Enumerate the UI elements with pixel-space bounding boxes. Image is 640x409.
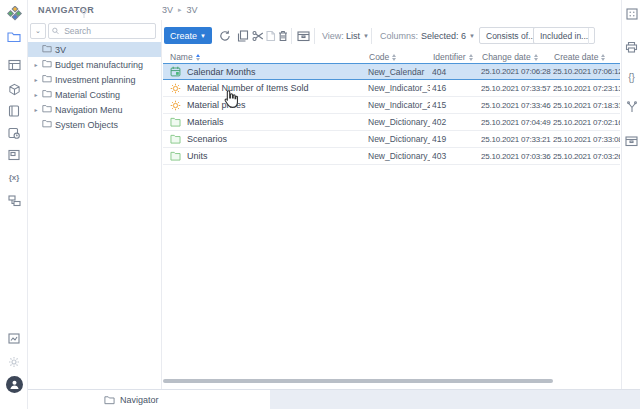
row-code: New_Dictionary_43 — [368, 114, 430, 130]
sort-icon[interactable] — [534, 54, 538, 61]
row-name: Material prices — [187, 100, 246, 110]
table-row-material-prices[interactable]: Material prices New_Indicator_29 415 25.… — [163, 97, 620, 114]
tree-item-navigation-menu[interactable]: ▸ Navigation Menu — [28, 102, 161, 117]
row-identifier: 404 — [432, 64, 478, 79]
breadcrumb-current[interactable]: 3V — [187, 5, 198, 15]
expand-arrow-icon[interactable]: ▸ — [33, 106, 39, 113]
data-grid-icon[interactable] — [0, 55, 28, 75]
printer-icon[interactable] — [622, 39, 640, 55]
horizontal-scrollbar[interactable] — [163, 379, 553, 383]
chevron-down-icon: ▼ — [363, 33, 369, 39]
active-tab-zone: Navigator — [28, 390, 270, 409]
table-row-scenarios[interactable]: Scenarios New_Dictionary_45 419 25.10.20… — [163, 131, 620, 148]
tree-item-material-costing[interactable]: ▸ Material Costing — [28, 87, 161, 102]
header-label: Name — [170, 52, 193, 62]
included-in-button[interactable]: Included in... — [533, 27, 595, 44]
search-row: ⌄ — [30, 23, 156, 39]
grid-settings-icon[interactable] — [622, 6, 640, 22]
tree-item-budget-manufacturing[interactable]: ▸ Budget manufacturing — [28, 57, 161, 72]
chevron-down-icon: ⌄ — [35, 27, 41, 35]
refresh-icon[interactable] — [218, 29, 232, 43]
sort-icon[interactable] — [392, 54, 396, 61]
user-avatar[interactable] — [0, 374, 28, 394]
row-change-date: 25.10.2021 07:33:21 — [481, 131, 553, 147]
tab-navigator[interactable]: Navigator — [96, 390, 167, 409]
function-glyph: {x} — [9, 173, 20, 182]
sort-icon[interactable] — [601, 54, 605, 61]
column-header-identifier[interactable]: Identifier — [433, 52, 473, 62]
notebook-icon[interactable] — [0, 101, 28, 121]
columns-selected-value: Selected: 6 — [421, 31, 466, 41]
tree-item-label: Material Costing — [55, 90, 120, 100]
expand-arrow-icon[interactable]: ▸ — [33, 91, 39, 98]
row-code: New_Dictionary_44 — [368, 148, 430, 164]
view-dropdown[interactable]: List ▼ — [346, 31, 369, 41]
row-change-date: 25.10.2021 07:33:57 — [481, 80, 553, 96]
tree-collapse-button[interactable]: ⌄ — [30, 23, 46, 39]
calendar-document-icon[interactable] — [0, 123, 28, 143]
cube-icon[interactable] — [0, 79, 28, 99]
braces-icon[interactable]: {} — [622, 69, 640, 85]
table-row-calendar-months[interactable]: Calendar Months New_Calendar 404 25.10.2… — [163, 63, 620, 80]
tree-item-label: Investment planning — [55, 75, 136, 85]
toolbar-divider — [314, 28, 315, 44]
column-header-create-date[interactable]: Create date — [554, 52, 605, 62]
expand-arrow-icon[interactable]: ▸ — [33, 76, 39, 83]
header-label: Create date — [554, 52, 598, 62]
function-icon[interactable]: {x} — [0, 167, 28, 187]
hierarchy-icon[interactable] — [0, 191, 28, 211]
expand-arrow-icon[interactable]: ▸ — [33, 61, 39, 68]
tree-item-3v[interactable]: 3V — [28, 42, 161, 57]
sort-icon[interactable] — [196, 54, 200, 61]
tree-item-system-objects[interactable]: System Objects — [28, 117, 161, 132]
row-name: Materials — [187, 117, 224, 127]
dashboard-icon[interactable] — [0, 145, 28, 165]
header-label: Code — [369, 52, 389, 62]
copy-icon[interactable] — [236, 29, 250, 43]
search-box — [48, 23, 156, 39]
column-header-change-date[interactable]: Change date — [482, 52, 538, 62]
dictionary-icon — [170, 134, 181, 145]
row-create-date: 25.10.2021 07:18:31 — [553, 97, 620, 113]
settings-gear-icon[interactable] — [0, 352, 28, 372]
row-identifier: 402 — [432, 114, 478, 130]
archive-icon[interactable] — [622, 133, 640, 149]
create-button-label: Create — [170, 31, 197, 41]
left-icon-rail: {x} — [0, 0, 28, 409]
columns-label: Columns: — [380, 31, 418, 41]
search-input[interactable] — [62, 25, 152, 37]
folder-tree: 3V ▸ Budget manufacturing ▸ Investment p… — [28, 42, 161, 132]
folder-section-icon[interactable] — [0, 27, 28, 47]
create-button[interactable]: Create ▼ — [164, 27, 212, 44]
table-row-units[interactable]: Units New_Dictionary_44 403 25.10.2021 0… — [163, 148, 620, 165]
dictionary-icon — [170, 117, 181, 128]
chart-image-icon[interactable] — [0, 328, 28, 348]
row-name: Calendar Months — [187, 67, 256, 77]
columns-selected-dropdown[interactable]: Selected: 6 ▼ — [421, 31, 475, 41]
archive-icon[interactable] — [296, 29, 310, 43]
branch-icon[interactable] — [622, 99, 640, 115]
header-label: Identifier — [433, 52, 466, 62]
tree-item-label: Budget manufacturing — [55, 60, 143, 70]
app-logo-icon[interactable] — [0, 3, 28, 23]
right-icon-rail: {} — [621, 0, 640, 389]
paste-icon[interactable] — [263, 29, 277, 43]
delete-trash-icon[interactable] — [276, 29, 290, 43]
dictionary-icon — [170, 151, 181, 162]
row-create-date: 25.10.2021 07:23:13 — [553, 80, 620, 96]
tree-item-investment-planning[interactable]: ▸ Investment planning — [28, 72, 161, 87]
table-row-material-number-items-sold[interactable]: Material Number of Items Sold New_Indica… — [163, 80, 620, 97]
sort-icon[interactable] — [469, 54, 473, 61]
column-header-code[interactable]: Code — [369, 52, 396, 62]
breadcrumb-root[interactable]: 3V — [162, 5, 173, 15]
calendar-icon — [170, 66, 181, 77]
column-header-name[interactable]: Name — [170, 52, 200, 62]
table-body: Calendar Months New_Calendar 404 25.10.2… — [163, 64, 620, 165]
row-code: New_Indicator_30 — [368, 80, 430, 96]
table-row-materials[interactable]: Materials New_Dictionary_43 402 25.10.20… — [163, 114, 620, 131]
toolbar-divider — [371, 28, 372, 44]
row-identifier: 403 — [432, 148, 478, 164]
search-icon — [52, 27, 59, 35]
avatar-icon — [6, 376, 23, 393]
tree-item-label: 3V — [55, 45, 66, 55]
